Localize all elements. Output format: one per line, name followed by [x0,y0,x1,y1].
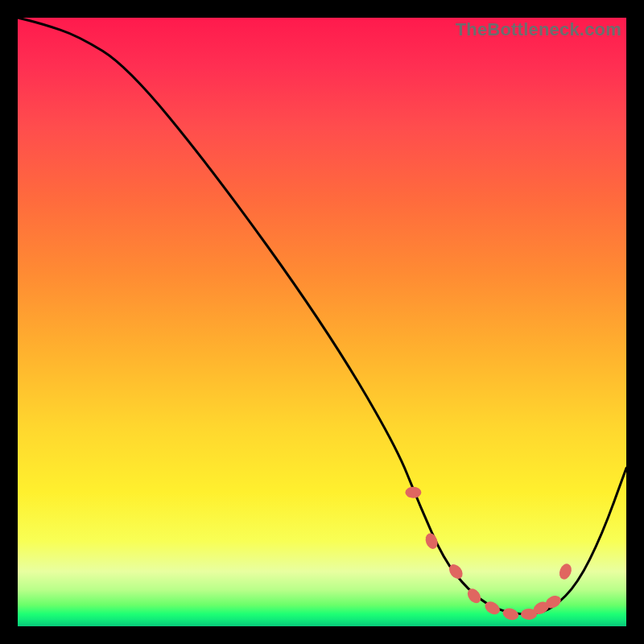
curve-marker [423,531,440,551]
bottleneck-curve [18,18,626,614]
curve-marker [405,487,421,498]
curve-marker [557,562,573,581]
plot-area: TheBottleneck.com [18,18,626,626]
marker-group [405,487,573,622]
chart-frame: TheBottleneck.com [0,0,644,644]
curve-svg [18,18,626,626]
curve-marker [502,606,520,622]
